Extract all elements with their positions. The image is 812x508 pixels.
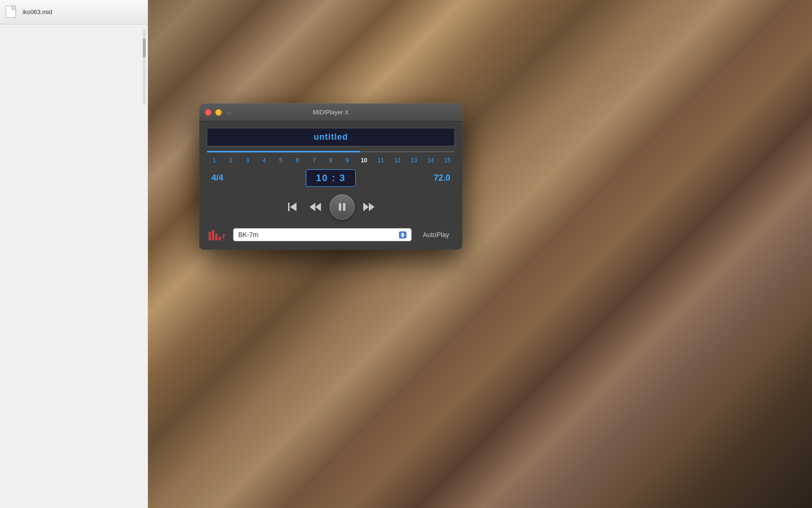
position-display: 10 : 3 — [306, 169, 355, 187]
measure-15[interactable]: 15 — [444, 157, 451, 164]
measure-8[interactable]: 8 — [327, 157, 335, 164]
stepper-arrows[interactable] — [399, 231, 406, 238]
rewind-button[interactable] — [307, 198, 324, 215]
svg-marker-1 — [290, 203, 297, 211]
wave-bar-4 — [219, 237, 221, 240]
track-name-display: untitled — [207, 128, 455, 146]
stepper-down-arrow[interactable] — [401, 235, 405, 238]
scrollbar-track[interactable] — [143, 29, 146, 104]
svg-rect-0 — [288, 203, 289, 211]
instrument-dropdown[interactable]: BK-7m — [233, 228, 412, 241]
sidebar-toolbar: iko063.mid — [0, 0, 148, 24]
autoplay-button[interactable]: AutoPlay — [419, 229, 453, 240]
bottom-row: r BK-7m AutoPlay — [207, 228, 455, 241]
measure-row: 1 2 3 4 5 6 7 8 9 10 11 12 13 14 15 — [207, 156, 455, 165]
measure-3[interactable]: 3 — [244, 157, 251, 164]
svg-rect-5 — [343, 203, 345, 211]
tempo-display: 72.0 — [422, 173, 450, 183]
pause-button[interactable] — [329, 194, 355, 220]
transport-row — [207, 194, 455, 220]
measure-6[interactable]: 6 — [294, 157, 301, 164]
wave-bar-1 — [209, 232, 211, 240]
minimize-window-button[interactable] — [215, 109, 222, 116]
file-icon — [6, 6, 19, 19]
stepper-up-arrow[interactable] — [401, 232, 405, 235]
sidebar-panel: iko063.mid — [0, 0, 148, 508]
scrollbar-thumb[interactable] — [143, 39, 146, 57]
sidebar-filename: iko063.mid — [23, 8, 52, 16]
info-row: 4/4 10 : 3 72.0 — [207, 168, 455, 188]
close-window-button[interactable] — [205, 109, 211, 116]
svg-marker-3 — [315, 203, 321, 211]
measure-1[interactable]: 1 — [211, 157, 218, 164]
measure-4[interactable]: 4 — [260, 157, 268, 164]
svg-marker-7 — [369, 203, 375, 211]
measure-13[interactable]: 13 — [410, 157, 418, 164]
time-signature: 4/4 — [211, 173, 240, 183]
measure-12[interactable]: 12 — [394, 157, 401, 164]
measure-9[interactable]: 9 — [344, 157, 351, 164]
position-value: 10 : 3 — [316, 173, 345, 183]
wave-bar-3 — [215, 234, 218, 240]
logo-mark: r — [222, 232, 226, 240]
midi-player-window: MIDIPlayer X untitled 1 2 3 4 5 6 7 8 9 … — [199, 103, 462, 250]
sidebar-content — [0, 24, 148, 508]
measure-5[interactable]: 5 — [277, 157, 285, 164]
svg-marker-6 — [363, 203, 369, 211]
waveform-logo: r — [209, 229, 226, 240]
fast-forward-button[interactable] — [360, 198, 377, 215]
instrument-select[interactable]: BK-7m — [233, 228, 412, 241]
svg-marker-2 — [310, 203, 315, 211]
measure-10[interactable]: 10 — [360, 157, 368, 164]
track-name: untitled — [314, 132, 348, 142]
wave-bar-2 — [212, 230, 214, 240]
progress-bar-fill — [207, 151, 360, 152]
measure-14[interactable]: 14 — [427, 157, 434, 164]
measure-11[interactable]: 11 — [377, 157, 384, 164]
skip-back-button[interactable] — [284, 198, 301, 215]
measure-7[interactable]: 7 — [311, 157, 318, 164]
window-title: MIDIPlayer X — [313, 109, 349, 116]
progress-bar-container[interactable] — [207, 151, 455, 152]
scrollbar[interactable] — [141, 29, 148, 123]
maximize-window-button[interactable] — [226, 109, 232, 116]
midi-titlebar: MIDIPlayer X — [199, 103, 462, 121]
measure-2[interactable]: 2 — [227, 157, 234, 164]
svg-rect-4 — [339, 203, 341, 211]
instrument-name: BK-7m — [238, 231, 258, 238]
midi-player-body: untitled 1 2 3 4 5 6 7 8 9 10 11 12 13 1… — [199, 121, 462, 250]
